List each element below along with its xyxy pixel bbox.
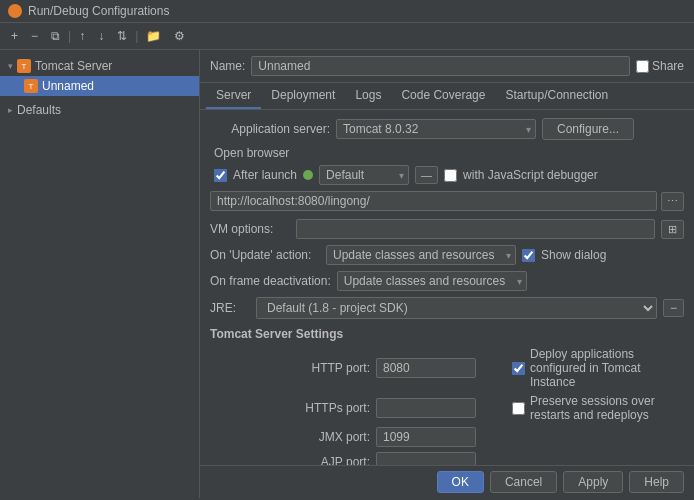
ajp-port-label: AJP port: (230, 455, 370, 465)
sidebar-defaults-header[interactable]: ▸ Defaults (0, 100, 199, 120)
app-server-select[interactable]: Tomcat 8.0.32 (336, 119, 536, 139)
port-grid: HTTP port: Deploy applications configure… (230, 347, 684, 465)
on-frame-label: On frame deactivation: (210, 274, 331, 288)
show-dialog-checkbox[interactable] (522, 249, 535, 262)
sidebar-group-tomcat-header[interactable]: ▾ T Tomcat Server (0, 56, 199, 76)
after-launch-checkbox[interactable] (214, 169, 227, 182)
share-button[interactable]: Share (636, 59, 684, 73)
browser-select-wrapper: Default (319, 165, 409, 185)
toolbar-divider: | (68, 29, 71, 43)
main-layout: ▾ T Tomcat Server T Unnamed ▸ Defaults N… (0, 50, 694, 498)
name-input[interactable] (251, 56, 630, 76)
js-debug-checkbox[interactable] (444, 169, 457, 182)
https-port-label: HTTPs port: (230, 401, 370, 415)
vm-options-label: VM options: (210, 222, 290, 236)
jre-row: JRE: Default (1.8 - project SDK) − (210, 297, 684, 319)
on-update-row: On 'Update' action: Update classes and r… (210, 245, 684, 265)
name-label: Name: (210, 59, 245, 73)
vm-options-row: VM options: ⊞ (210, 219, 684, 239)
http-port-label: HTTP port: (230, 361, 370, 375)
browser-minus-btn[interactable]: — (415, 166, 438, 184)
app-server-row: Application server: Tomcat 8.0.32 Config… (210, 118, 684, 140)
preserve-label: Preserve sessions over restarts and rede… (512, 394, 684, 422)
form-area: Application server: Tomcat 8.0.32 Config… (200, 110, 694, 465)
configure-button[interactable]: Configure... (542, 118, 634, 140)
remove-config-button[interactable]: − (26, 26, 43, 46)
sidebar-group-tomcat: ▾ T Tomcat Server T Unnamed (0, 54, 199, 98)
after-launch-label: After launch (233, 168, 297, 182)
tab-coverage[interactable]: Code Coverage (391, 83, 495, 109)
browser-select[interactable]: Default (319, 165, 409, 185)
app-server-select-wrapper: Tomcat 8.0.32 (336, 119, 536, 139)
browser-icon (303, 170, 313, 180)
on-frame-select-wrapper: Update classes and resources (337, 271, 527, 291)
show-dialog-label: Show dialog (541, 248, 606, 262)
js-debug-label: with JavaScript debugger (463, 168, 598, 182)
https-port-input[interactable] (376, 398, 476, 418)
expand-icon: ▾ (8, 61, 13, 71)
defaults-expand-icon: ▸ (8, 105, 13, 115)
name-row: Name: Share (200, 50, 694, 83)
sidebar: ▾ T Tomcat Server T Unnamed ▸ Defaults (0, 50, 200, 498)
url-input[interactable] (210, 191, 657, 211)
share-checkbox[interactable] (636, 60, 649, 73)
http-port-input[interactable] (376, 358, 476, 378)
after-launch-row: After launch Default — with JavaScript d… (210, 165, 684, 185)
on-frame-select[interactable]: Update classes and resources (337, 271, 527, 291)
sidebar-item-tomcat-icon: T (24, 79, 38, 93)
on-update-select[interactable]: Update classes and resources (326, 245, 516, 265)
ajp-port-input[interactable] (376, 452, 476, 465)
tab-logs[interactable]: Logs (345, 83, 391, 109)
tab-server[interactable]: Server (206, 83, 261, 109)
deploy-label: Deploy applications configured in Tomcat… (512, 347, 684, 389)
url-action-btn[interactable]: ⋯ (661, 192, 684, 211)
tab-startup[interactable]: Startup/Connection (495, 83, 618, 109)
app-icon (8, 4, 22, 18)
help-button[interactable]: Help (629, 471, 684, 493)
sidebar-group-defaults: ▸ Defaults (0, 98, 199, 122)
bottom-bar: OK Cancel Apply Help (200, 465, 694, 498)
sidebar-defaults-label: Defaults (17, 103, 61, 117)
jre-label: JRE: (210, 301, 250, 315)
toolbar-divider2: | (135, 29, 138, 43)
deploy-checkbox[interactable] (512, 362, 525, 375)
tomcat-settings-title: Tomcat Server Settings (210, 327, 684, 341)
apply-button[interactable]: Apply (563, 471, 623, 493)
jre-minus-btn[interactable]: − (663, 299, 684, 317)
jre-select[interactable]: Default (1.8 - project SDK) (256, 297, 657, 319)
cancel-button[interactable]: Cancel (490, 471, 557, 493)
move-down-button[interactable]: ↓ (93, 26, 109, 46)
preserve-checkbox[interactable] (512, 402, 525, 415)
open-browser-label: Open browser (210, 146, 684, 160)
title-bar: Run/Debug Configurations (0, 0, 694, 23)
folder-button[interactable]: 📁 (141, 26, 166, 46)
app-server-label: Application server: (210, 122, 330, 136)
jmx-port-input[interactable] (376, 427, 476, 447)
vm-options-input[interactable] (296, 219, 655, 239)
on-update-label: On 'Update' action: (210, 248, 320, 262)
vm-expand-btn[interactable]: ⊞ (661, 220, 684, 239)
jmx-port-label: JMX port: (230, 430, 370, 444)
copy-config-button[interactable]: ⧉ (46, 26, 65, 46)
url-row: ⋯ (210, 191, 684, 211)
sidebar-item-unnamed[interactable]: T Unnamed (0, 76, 199, 96)
toolbar: + − ⧉ | ↑ ↓ ⇅ | 📁 ⚙ (0, 23, 694, 50)
tabs: Server Deployment Logs Code Coverage Sta… (200, 83, 694, 110)
on-frame-row: On frame deactivation: Update classes an… (210, 271, 684, 291)
settings-button[interactable]: ⚙ (169, 26, 190, 46)
tomcat-icon: T (17, 59, 31, 73)
share-label: Share (652, 59, 684, 73)
move-up-button[interactable]: ↑ (74, 26, 90, 46)
window-title: Run/Debug Configurations (28, 4, 169, 18)
add-config-button[interactable]: + (6, 26, 23, 46)
bottom-right: OK Cancel Apply Help (437, 471, 684, 493)
sidebar-group-label: Tomcat Server (35, 59, 112, 73)
ok-button[interactable]: OK (437, 471, 484, 493)
content-area: Name: Share Server Deployment Logs Code … (200, 50, 694, 498)
sort-button[interactable]: ⇅ (112, 26, 132, 46)
tab-deployment[interactable]: Deployment (261, 83, 345, 109)
on-update-select-wrapper: Update classes and resources (326, 245, 516, 265)
sidebar-item-label: Unnamed (42, 79, 94, 93)
